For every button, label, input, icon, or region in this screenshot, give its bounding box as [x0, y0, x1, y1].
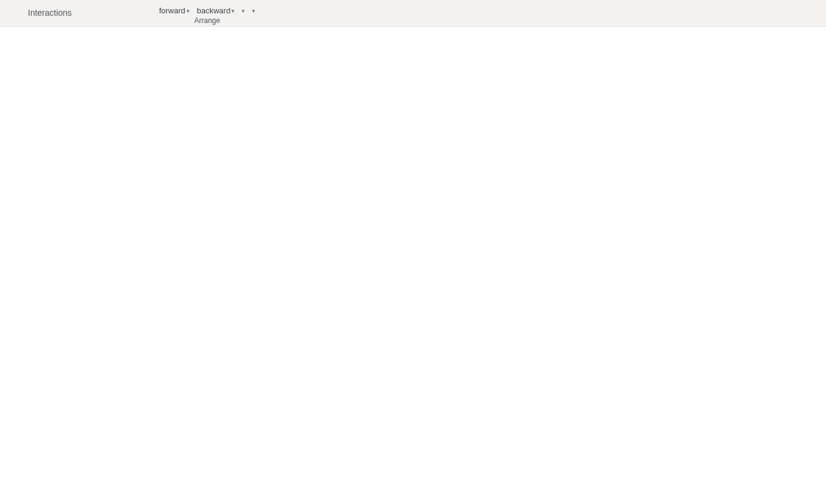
ribbon-btn-extra1[interactable]: ▾	[239, 7, 247, 15]
ribbon-tab-interactions[interactable]: Interactions	[22, 5, 78, 21]
ribbon-group-arrange: Arrange	[195, 16, 221, 26]
ribbon-btn-forward[interactable]: forward▾	[156, 5, 192, 16]
ribbon-btn-extra2[interactable]: ▾	[250, 7, 258, 15]
ribbon-btn-backward[interactable]: backward▾	[195, 5, 238, 16]
ribbon: Interactions forward▾ backward▾ ▾ ▾ Arra…	[0, 0, 826, 27]
